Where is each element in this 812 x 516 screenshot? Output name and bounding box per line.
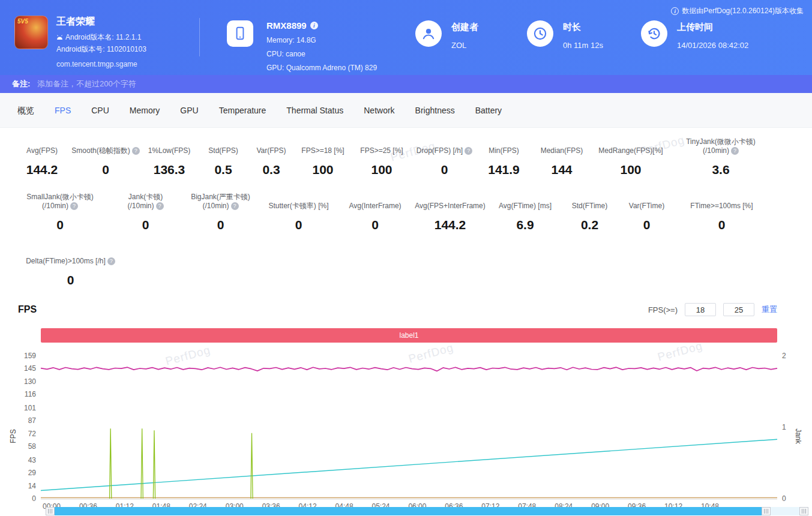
stat-label: Var(FTime) — [629, 202, 664, 211]
stat-label: Delta(FTime)>100ms [/h] — [26, 257, 106, 266]
stat-cell: FPS>=18 [%]100 — [295, 137, 350, 177]
help-icon[interactable]: ? — [465, 147, 472, 155]
help-icon[interactable]: ? — [231, 202, 239, 210]
clock-icon — [527, 20, 553, 47]
tab-brightness[interactable]: Brightness — [415, 93, 455, 128]
game-package: com.tencent.tmgp.sgame — [56, 60, 146, 68]
help-icon[interactable]: ? — [70, 202, 78, 210]
series-trend — [41, 439, 777, 490]
stat-value: 0 — [258, 218, 339, 232]
zoom-handle-right[interactable] — [762, 507, 771, 515]
device-info-icon[interactable]: i — [310, 22, 318, 29]
stat-label: Std(FTime) — [572, 202, 608, 211]
stat-label: 1%Low(FPS) — [148, 146, 191, 155]
stat-label: FTime>=100ms [%] — [690, 202, 753, 211]
stat-label: Avg(InterFrame) — [349, 202, 401, 211]
android-version-name: Android版本名: 11.2.1.1 — [56, 32, 146, 43]
chart-zoom-scrollbar[interactable] — [46, 507, 808, 515]
y-axis-left-tick: 43 — [28, 456, 37, 464]
stat-label: Smooth(稳帧指数) — [71, 146, 130, 155]
help-icon[interactable]: ? — [132, 147, 140, 155]
tab-temperature[interactable]: Temperature — [219, 93, 266, 128]
stat-cell: Drop(FPS) [/h]?0 — [413, 137, 476, 177]
stat-value: 3.6 — [670, 163, 772, 177]
stat-value: 0 — [183, 218, 258, 232]
scrollbar-end-handle[interactable] — [799, 507, 808, 515]
stat-cell: SmallJank(微小卡顿)(/10min)?0 — [12, 193, 108, 232]
collector-note: i 数据由PerfDog(12.0.260124)版本收集 — [671, 6, 804, 16]
device-gpu: GPU: Qualcomm Adreno (TM) 829 — [266, 64, 377, 72]
reset-link[interactable]: 重置 — [762, 304, 777, 315]
tab-cpu[interactable]: CPU — [91, 93, 109, 128]
tab-memory[interactable]: Memory — [130, 93, 160, 128]
stat-label: Var(FPS) — [256, 146, 286, 155]
fps-summary-stats: Avg(FPS)144.2Smooth(稳帧指数)?01%Low(FPS)136… — [0, 128, 812, 287]
android-icon — [56, 35, 63, 40]
stat-value: 144.2 — [411, 218, 489, 232]
duration-value: 0h 11m 12s — [563, 41, 603, 50]
tab-thermal-status[interactable]: Thermal Status — [286, 93, 343, 128]
stat-cell: TinyJank(微微小卡顿)(/10min)?3.6 — [670, 137, 772, 177]
device-cpu: CPU: canoe — [266, 50, 377, 58]
fps-threshold-label: FPS(>=) — [648, 305, 678, 314]
stat-value: 141.9 — [476, 163, 532, 177]
history-icon — [641, 20, 667, 47]
perfdog-fps-report: PerfDog PerfDog PerfDog PerfDog PerfDog … — [0, 0, 812, 516]
fps-threshold-input-2[interactable] — [723, 303, 754, 316]
app-header: i 数据由PerfDog(12.0.260124)版本收集 5V5 王者荣耀 A… — [0, 0, 812, 75]
tab-gpu[interactable]: GPU — [180, 93, 198, 128]
tab-battery[interactable]: Battery — [475, 93, 502, 128]
android-version-name-text: Android版本名: 11.2.1.1 — [65, 32, 142, 43]
stat-value: 0.5 — [199, 163, 247, 177]
stat-label: TinyJank(微微小卡顿) — [686, 137, 756, 146]
note-placeholder: 添加备注，不超过200个字符 — [37, 79, 136, 88]
zoom-track — [771, 507, 799, 515]
y-axis-left-tick: 72 — [28, 430, 37, 438]
person-icon — [415, 20, 442, 47]
stat-value: 0 — [12, 218, 108, 232]
creator-block: 创建者 ZOL — [415, 20, 478, 50]
chart-series-label-banner[interactable]: label1 — [41, 328, 777, 343]
tab-network[interactable]: Network — [364, 93, 394, 128]
fps-threshold-input-1[interactable] — [685, 303, 716, 316]
tab-overview[interactable]: 概览 — [17, 93, 34, 128]
y-axis-right-tick: 0 — [782, 494, 786, 503]
note-bar[interactable]: 备注: 添加备注，不超过200个字符 — [0, 75, 812, 93]
game-icon-badge: 5V5 — [17, 18, 28, 25]
game-app-icon: 5V5 — [14, 16, 48, 49]
stat-cell: Var(FTime)0 — [618, 193, 675, 232]
phone-icon — [227, 20, 253, 47]
stat-cell: Min(FPS)141.9 — [476, 137, 532, 177]
metric-tabs: 概览FPSCPUMemoryGPUTemperatureThermal Stat… — [0, 93, 812, 128]
stat-value: 0 — [72, 163, 139, 177]
stat-cell: FTime>=100ms [%]0 — [675, 193, 768, 232]
stat-cell: Jank(卡顿)(/10min)?0 — [108, 193, 183, 232]
help-icon[interactable]: ? — [156, 202, 164, 210]
fps-line-chart[interactable]: 014294358728710111613014515901200:0000:3… — [0, 346, 812, 516]
stat-cell: 1%Low(FPS)136.3 — [139, 137, 199, 177]
stat-label: Stutter(卡顿率) [%] — [268, 202, 328, 211]
stat-cell: Std(FTime)0.2 — [561, 193, 618, 232]
stat-value: 144.2 — [12, 163, 72, 177]
fps-chart-section-header: FPS FPS(>=) 重置 — [0, 303, 812, 321]
stat-label-line2: (/10min) — [202, 202, 229, 211]
stat-label: SmallJank(微小卡顿) — [26, 193, 93, 202]
stat-value: 0 — [108, 218, 183, 232]
tab-fps[interactable]: FPS — [55, 93, 71, 128]
y-axis-left-title: FPS — [9, 429, 17, 443]
y-axis-left-tick: 145 — [24, 364, 36, 373]
zoom-handle-left[interactable] — [46, 507, 55, 515]
stat-value: 0 — [12, 273, 129, 287]
note-label: 备注: — [12, 79, 30, 88]
help-icon[interactable]: ? — [731, 147, 739, 155]
zoom-selected-range[interactable] — [55, 507, 762, 515]
y-axis-right-tick: 1 — [782, 423, 786, 431]
help-icon[interactable]: ? — [107, 257, 115, 265]
collector-note-text: 数据由PerfDog(12.0.260124)版本收集 — [682, 6, 804, 16]
stat-label-line2: (/10min) — [127, 202, 154, 211]
y-axis-left-tick: 130 — [24, 377, 36, 386]
y-axis-left-tick: 29 — [28, 469, 37, 477]
stat-value: 6.9 — [489, 218, 561, 232]
stat-cell: Median(FPS)144 — [532, 137, 592, 177]
stat-cell: Avg(InterFrame)0 — [339, 193, 411, 232]
